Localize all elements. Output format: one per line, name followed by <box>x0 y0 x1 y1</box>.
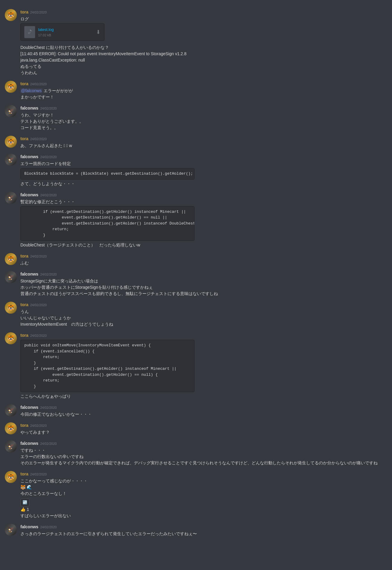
username: falconws <box>20 524 38 530</box>
message-text: さて、どうしようかな・・・ <box>20 181 387 187</box>
avatar-col: 🐯 <box>5 136 17 149</box>
message-group: 🐯 tora 24/02/2020 うん いいんじゃないでしょうか Invent… <box>5 301 387 328</box>
message-content: falconws 24/02/2020 今回の修正でなおらないかなー・・・ <box>20 404 387 418</box>
message-header: tora 24/02/2020 <box>20 136 387 142</box>
message-text: 普通のチェストのほうがマススペースも節約できるし、無駄にラージチェストにする意味… <box>20 291 387 297</box>
svg-rect-2 <box>28 33 30 34</box>
username: tora <box>20 136 28 142</box>
message-text: ログ <box>20 16 387 22</box>
message-group: 🐯 tora 24/02/2020 ふむ <box>5 252 387 267</box>
avatar: 🐯 <box>5 136 17 148</box>
message-text: ぬるってる <box>20 63 387 70</box>
message-text: 今回の修正でなおらないかなー・・・ <box>20 411 387 418</box>
message-text: さっきのラージチェストのエラーに引きずられて発生していたエラーだったみたいですね… <box>20 531 387 537</box>
message-header: falconws 24/02/2020 <box>20 440 387 447</box>
message-header: tora 24/02/2020 <box>20 422 387 429</box>
message-header: tora 24/02/2020 <box>20 9 387 15</box>
username: falconws <box>20 105 38 111</box>
message-text: 👍 1 <box>20 506 387 513</box>
message-content: tora 24/02/2020 ログ latest.log 17.02 kB <box>20 9 387 42</box>
code-block: public void onItemMove(InventoryMoveItem… <box>20 340 194 392</box>
message-group: 🐯 tora 24/02/2020 @falconws エラーがががが まかっか… <box>5 80 387 101</box>
avatar: 🦅 <box>5 524 17 536</box>
mention: @falconws <box>20 88 42 93</box>
avatar: 🦅 <box>5 440 17 452</box>
avatar-col: 🐯 <box>5 81 17 100</box>
avatar-col: 🐯 <box>5 332 17 400</box>
message-text: うわ、マジすか！ <box>20 112 387 118</box>
avatar: 🐯 <box>5 422 17 434</box>
message-group: 🦅 falconws 24/02/2020 暫定的な修正だとこう・・・ if (… <box>5 191 387 249</box>
avatar: 🦅 <box>5 105 17 117</box>
avatar: 🦅 <box>5 404 17 416</box>
avatar-col: 🦅 <box>5 271 17 297</box>
message-header: falconws 24/02/2020 <box>20 192 387 198</box>
message-text: java.lang.ClassCastException: null <box>20 57 387 63</box>
file-info: latest.log 17.02 kB <box>38 27 94 38</box>
message-text: ふむ <box>20 260 387 266</box>
username: tora <box>20 471 28 477</box>
message-header: tora 24/02/2020 <box>20 81 387 87</box>
code-block: BlockState blockState = (BlockState) eve… <box>20 168 194 179</box>
message-content: tora 24/02/2020 ここかなーって感じなのが・・・・ 🐯 🌊 今のと… <box>20 471 387 519</box>
timestamp: 24/02/2020 <box>30 137 47 142</box>
username: falconws <box>20 154 38 160</box>
message-text: まかっかですー！ <box>20 94 387 100</box>
message-text: コード見直そう。。 <box>20 125 387 131</box>
message-content: tora 24/02/2020 やってみます？ <box>20 422 387 436</box>
timestamp: 24/02/2020 <box>30 303 47 308</box>
avatar-col: 🦅 <box>5 154 17 187</box>
avatar-col: 🐯 <box>5 422 17 436</box>
timestamp: 24/02/2020 <box>40 155 57 160</box>
message-content: falconws 24/02/2020 うわ、マジすか！ テストありがとうござい… <box>20 105 387 131</box>
avatar: 🐯 <box>5 81 17 93</box>
message-content: DoubleChest に貼り付けてる人がいるのかな？ [11:40:45 ER… <box>20 44 387 76</box>
message-content: tora 24/02/2020 うん いいんじゃないでしょうか Inventor… <box>20 302 387 327</box>
avatar-col: 🦅 <box>5 524 17 537</box>
message-text: @falconws エラーがががが <box>20 88 387 94</box>
avatar-col: 🦅 <box>5 192 17 249</box>
username: falconws <box>20 192 38 198</box>
message-header: falconws 24/02/2020 <box>20 271 387 277</box>
username: falconws <box>20 271 38 277</box>
avatar-col: 🐯 <box>5 9 17 42</box>
file-attachment[interactable]: latest.log 17.02 kB ⬇ <box>20 23 104 41</box>
timestamp: 24/02/2020 <box>40 441 57 446</box>
message-group: 🦅 falconws 24/02/2020 ですね・・・ エラーの行数出ないの辛… <box>5 440 387 467</box>
message-group: 🐯 tora 24/02/2020 ログ latest.log <box>5 8 387 43</box>
avatar: 🦅 <box>5 154 17 166</box>
message-header: tora 24/02/2020 <box>20 253 387 259</box>
username: falconws <box>20 404 38 411</box>
avatar: 🦅 <box>5 192 17 204</box>
code-block: if (event.getDestination().getHolder() i… <box>20 206 194 241</box>
message-group: 🦅 falconws 24/02/2020 StorageSignに大量に突っ込… <box>5 270 387 297</box>
message-header: falconws 24/02/2020 <box>20 404 387 411</box>
message-text: 暫定的な修正だとこう・・・ <box>20 199 387 205</box>
message-content: falconws 24/02/2020 さっきのラージチェストのエラーに引きずら… <box>20 524 387 537</box>
timestamp: 24/02/2020 <box>40 405 57 410</box>
message-text: 🐯 🌊 <box>20 484 387 490</box>
avatar: 🐯 <box>5 332 17 344</box>
chat-container: 🐯 tora 24/02/2020 ログ latest.log <box>0 0 392 544</box>
message-text: すばらしいエラーが出ない <box>20 513 387 519</box>
message-header: falconws 24/02/2020 <box>20 105 387 111</box>
message-text: DoubleChest（ラージチェストのこと） だったら処理しないw <box>20 242 387 248</box>
avatar-col: 🦅 <box>5 404 17 418</box>
download-icon[interactable]: ⬇ <box>96 28 101 36</box>
username: tora <box>20 81 28 87</box>
file-icon <box>24 26 35 38</box>
message-text: DoubleChest に貼り付けてる人がいるのかな？ <box>20 44 387 51</box>
message-text: エラーの行数出ないの辛いですね <box>20 454 387 460</box>
avatar-col: 🐯 <box>5 471 17 519</box>
reaction-button[interactable]: ↩️ <box>20 499 29 506</box>
timestamp: 24/02/2020 <box>40 272 57 277</box>
svg-rect-1 <box>28 32 31 33</box>
message-header: tora 24/02/2020 <box>20 332 387 339</box>
message-group: 🐯 tora 24/02/2020 public void onItemMove… <box>5 332 387 400</box>
message-content: falconws 24/02/2020 エラー箇所のコードを特定 BlockSt… <box>20 154 387 187</box>
message-text: 今のところエラーなし！ <box>20 490 387 497</box>
file-name: latest.log <box>38 27 94 33</box>
message-text: やってみます？ <box>20 429 387 436</box>
message-content: tora 24/02/2020 あ、ファルさん起きた ﾞ ﾞ w <box>20 136 387 149</box>
message-text: うわわん <box>20 70 387 76</box>
